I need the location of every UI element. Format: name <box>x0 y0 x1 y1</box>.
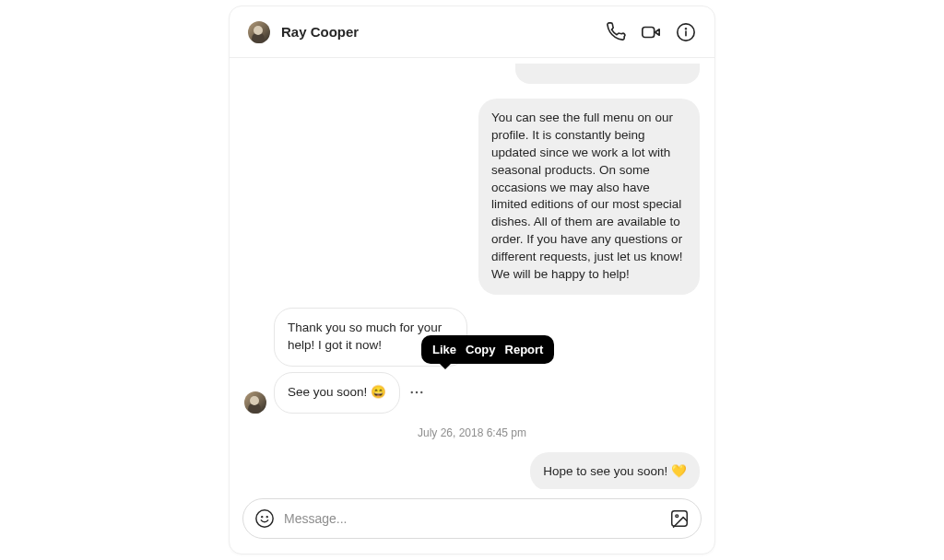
prev-message-clipped <box>515 64 700 84</box>
received-message[interactable]: You can see the full menu on our profile… <box>478 99 700 295</box>
message-row: See you soon! 😄 Like Copy Report <box>244 372 700 414</box>
like-action[interactable]: Like <box>432 343 456 356</box>
phone-icon[interactable] <box>606 22 626 42</box>
more-icon[interactable] <box>406 381 428 403</box>
svg-point-6 <box>420 391 422 393</box>
header-actions <box>606 22 696 42</box>
svg-point-3 <box>686 28 687 29</box>
message-row: Hope to see you soon! 💛 <box>244 452 700 489</box>
message-text: See you soon! 😄 <box>288 385 386 399</box>
info-icon[interactable] <box>676 22 696 42</box>
copy-action[interactable]: Copy <box>466 343 496 356</box>
svg-point-9 <box>266 517 267 518</box>
message-input[interactable] <box>284 511 660 526</box>
message-thread: You can see the full menu on our profile… <box>230 58 714 489</box>
message-with-actions: See you soon! 😄 Like Copy Report <box>274 372 428 414</box>
message-row: You can see the full menu on our profile… <box>244 99 700 295</box>
image-icon[interactable] <box>669 508 690 529</box>
chat-header: Ray Cooper <box>230 6 714 58</box>
svg-point-8 <box>262 517 263 518</box>
contact-name[interactable]: Ray Cooper <box>281 24 359 40</box>
report-action[interactable]: Report <box>505 343 544 356</box>
received-message[interactable]: Hope to see you soon! 💛 <box>530 452 700 489</box>
composer-inner <box>242 498 702 539</box>
composer <box>230 489 714 554</box>
message-actions-tooltip: Like Copy Report <box>421 335 554 364</box>
svg-point-7 <box>256 510 273 527</box>
message-text: Hope to see you soon! 💛 <box>543 464 687 478</box>
avatar[interactable] <box>248 21 270 43</box>
timestamp: July 26, 2018 6:45 pm <box>244 426 700 439</box>
avatar[interactable] <box>244 391 266 414</box>
video-icon[interactable] <box>641 22 661 42</box>
svg-point-4 <box>411 391 413 393</box>
svg-point-11 <box>676 515 678 518</box>
svg-point-5 <box>416 391 418 393</box>
sent-message[interactable]: See you soon! 😄 <box>274 372 400 414</box>
chat-window: Ray Cooper You can see the full menu on … <box>229 6 715 554</box>
svg-rect-0 <box>643 27 655 37</box>
emoji-icon[interactable] <box>254 508 275 529</box>
